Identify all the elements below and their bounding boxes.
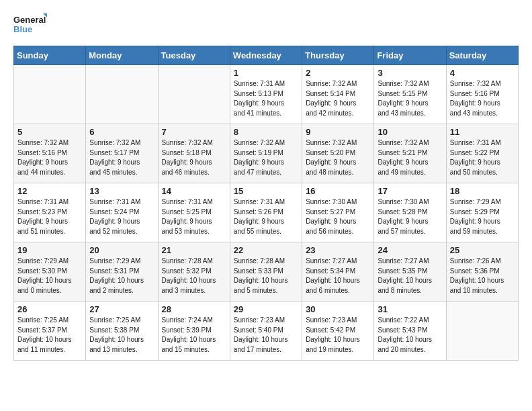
calendar: SundayMondayTuesdayWednesdayThursdayFrid… bbox=[13, 46, 519, 361]
calendar-cell: 18Sunrise: 7:29 AM Sunset: 5:29 PM Dayli… bbox=[446, 183, 518, 242]
week-row-5: 26Sunrise: 7:25 AM Sunset: 5:37 PM Dayli… bbox=[14, 302, 519, 361]
day-number: 2 bbox=[306, 68, 370, 78]
day-info: Sunrise: 7:32 AM Sunset: 5:15 PM Dayligh… bbox=[378, 79, 442, 118]
day-number: 30 bbox=[306, 304, 370, 314]
day-number: 17 bbox=[378, 186, 442, 196]
calendar-cell: 3Sunrise: 7:32 AM Sunset: 5:15 PM Daylig… bbox=[374, 65, 446, 124]
calendar-cell: 4Sunrise: 7:32 AM Sunset: 5:16 PM Daylig… bbox=[446, 65, 518, 124]
day-info: Sunrise: 7:31 AM Sunset: 5:26 PM Dayligh… bbox=[234, 197, 298, 236]
calendar-cell: 14Sunrise: 7:31 AM Sunset: 5:25 PM Dayli… bbox=[158, 183, 230, 242]
calendar-cell: 25Sunrise: 7:26 AM Sunset: 5:36 PM Dayli… bbox=[446, 242, 518, 302]
calendar-cell: 19Sunrise: 7:29 AM Sunset: 5:30 PM Dayli… bbox=[14, 242, 86, 302]
day-info: Sunrise: 7:31 AM Sunset: 5:22 PM Dayligh… bbox=[450, 138, 515, 177]
weekday-tuesday: Tuesday bbox=[158, 46, 230, 65]
day-info: Sunrise: 7:29 AM Sunset: 5:30 PM Dayligh… bbox=[17, 257, 82, 295]
day-info: Sunrise: 7:32 AM Sunset: 5:17 PM Dayligh… bbox=[89, 138, 154, 177]
day-info: Sunrise: 7:25 AM Sunset: 5:37 PM Dayligh… bbox=[17, 316, 82, 355]
logo-svg: General Blue bbox=[13, 12, 47, 36]
day-number: 19 bbox=[17, 245, 82, 255]
day-number: 11 bbox=[450, 127, 515, 137]
calendar-cell: 13Sunrise: 7:31 AM Sunset: 5:24 PM Dayli… bbox=[86, 183, 158, 242]
day-info: Sunrise: 7:30 AM Sunset: 5:28 PM Dayligh… bbox=[378, 197, 442, 236]
day-info: Sunrise: 7:31 AM Sunset: 5:13 PM Dayligh… bbox=[234, 79, 298, 118]
day-number: 3 bbox=[378, 68, 442, 78]
day-number: 5 bbox=[17, 127, 82, 137]
day-info: Sunrise: 7:24 AM Sunset: 5:39 PM Dayligh… bbox=[162, 316, 226, 355]
calendar-cell: 8Sunrise: 7:32 AM Sunset: 5:19 PM Daylig… bbox=[230, 124, 302, 183]
calendar-cell: 24Sunrise: 7:27 AM Sunset: 5:35 PM Dayli… bbox=[374, 242, 446, 302]
day-number: 4 bbox=[450, 68, 515, 78]
day-info: Sunrise: 7:28 AM Sunset: 5:33 PM Dayligh… bbox=[234, 257, 298, 295]
day-number: 18 bbox=[450, 186, 515, 196]
calendar-cell: 1Sunrise: 7:31 AM Sunset: 5:13 PM Daylig… bbox=[230, 65, 302, 124]
day-number: 23 bbox=[306, 245, 370, 255]
week-row-1: 1Sunrise: 7:31 AM Sunset: 5:13 PM Daylig… bbox=[14, 65, 519, 124]
week-row-4: 19Sunrise: 7:29 AM Sunset: 5:30 PM Dayli… bbox=[14, 242, 519, 302]
calendar-cell: 9Sunrise: 7:32 AM Sunset: 5:20 PM Daylig… bbox=[302, 124, 374, 183]
calendar-cell bbox=[158, 65, 230, 124]
day-number: 24 bbox=[378, 245, 442, 255]
day-info: Sunrise: 7:27 AM Sunset: 5:34 PM Dayligh… bbox=[306, 257, 370, 295]
header: General Blue bbox=[13, 12, 519, 36]
day-number: 9 bbox=[306, 127, 370, 137]
calendar-cell: 20Sunrise: 7:29 AM Sunset: 5:31 PM Dayli… bbox=[86, 242, 158, 302]
day-info: Sunrise: 7:23 AM Sunset: 5:40 PM Dayligh… bbox=[234, 316, 298, 355]
calendar-cell: 6Sunrise: 7:32 AM Sunset: 5:17 PM Daylig… bbox=[86, 124, 158, 183]
day-info: Sunrise: 7:30 AM Sunset: 5:27 PM Dayligh… bbox=[306, 197, 370, 236]
day-number: 13 bbox=[89, 186, 154, 196]
day-number: 10 bbox=[378, 127, 442, 137]
weekday-monday: Monday bbox=[86, 46, 158, 65]
day-info: Sunrise: 7:26 AM Sunset: 5:36 PM Dayligh… bbox=[450, 257, 515, 295]
calendar-cell: 15Sunrise: 7:31 AM Sunset: 5:26 PM Dayli… bbox=[230, 183, 302, 242]
day-info: Sunrise: 7:27 AM Sunset: 5:35 PM Dayligh… bbox=[378, 257, 442, 295]
calendar-cell bbox=[14, 65, 86, 124]
day-number: 25 bbox=[450, 245, 515, 255]
day-info: Sunrise: 7:32 AM Sunset: 5:18 PM Dayligh… bbox=[162, 138, 226, 177]
calendar-cell: 28Sunrise: 7:24 AM Sunset: 5:39 PM Dayli… bbox=[158, 302, 230, 361]
day-info: Sunrise: 7:29 AM Sunset: 5:29 PM Dayligh… bbox=[450, 197, 515, 236]
day-info: Sunrise: 7:22 AM Sunset: 5:43 PM Dayligh… bbox=[378, 316, 442, 355]
day-info: Sunrise: 7:28 AM Sunset: 5:32 PM Dayligh… bbox=[162, 257, 226, 295]
calendar-cell: 23Sunrise: 7:27 AM Sunset: 5:34 PM Dayli… bbox=[302, 242, 374, 302]
calendar-cell: 29Sunrise: 7:23 AM Sunset: 5:40 PM Dayli… bbox=[230, 302, 302, 361]
calendar-cell: 26Sunrise: 7:25 AM Sunset: 5:37 PM Dayli… bbox=[14, 302, 86, 361]
day-info: Sunrise: 7:32 AM Sunset: 5:14 PM Dayligh… bbox=[306, 79, 370, 118]
day-number: 27 bbox=[89, 304, 154, 314]
svg-text:Blue: Blue bbox=[13, 24, 32, 34]
calendar-cell: 10Sunrise: 7:32 AM Sunset: 5:21 PM Dayli… bbox=[374, 124, 446, 183]
day-number: 12 bbox=[17, 186, 82, 196]
day-number: 15 bbox=[234, 186, 298, 196]
weekday-header-row: SundayMondayTuesdayWednesdayThursdayFrid… bbox=[14, 46, 519, 65]
day-number: 21 bbox=[162, 245, 226, 255]
day-number: 20 bbox=[89, 245, 154, 255]
weekday-friday: Friday bbox=[374, 46, 446, 65]
day-info: Sunrise: 7:25 AM Sunset: 5:38 PM Dayligh… bbox=[89, 316, 154, 355]
day-number: 14 bbox=[162, 186, 226, 196]
day-info: Sunrise: 7:23 AM Sunset: 5:42 PM Dayligh… bbox=[306, 316, 370, 355]
day-number: 6 bbox=[89, 127, 154, 137]
calendar-cell bbox=[446, 302, 518, 361]
day-number: 28 bbox=[162, 304, 226, 314]
day-info: Sunrise: 7:29 AM Sunset: 5:31 PM Dayligh… bbox=[89, 257, 154, 295]
calendar-cell: 22Sunrise: 7:28 AM Sunset: 5:33 PM Dayli… bbox=[230, 242, 302, 302]
week-row-3: 12Sunrise: 7:31 AM Sunset: 5:23 PM Dayli… bbox=[14, 183, 519, 242]
calendar-cell: 2Sunrise: 7:32 AM Sunset: 5:14 PM Daylig… bbox=[302, 65, 374, 124]
day-number: 31 bbox=[378, 304, 442, 314]
weekday-thursday: Thursday bbox=[302, 46, 374, 65]
logo: General Blue bbox=[13, 12, 47, 36]
calendar-cell: 16Sunrise: 7:30 AM Sunset: 5:27 PM Dayli… bbox=[302, 183, 374, 242]
day-info: Sunrise: 7:32 AM Sunset: 5:16 PM Dayligh… bbox=[17, 138, 82, 177]
day-info: Sunrise: 7:32 AM Sunset: 5:19 PM Dayligh… bbox=[234, 138, 298, 177]
weekday-saturday: Saturday bbox=[446, 46, 518, 65]
day-info: Sunrise: 7:31 AM Sunset: 5:25 PM Dayligh… bbox=[162, 197, 226, 236]
svg-text:General: General bbox=[13, 15, 46, 25]
calendar-cell: 17Sunrise: 7:30 AM Sunset: 5:28 PM Dayli… bbox=[374, 183, 446, 242]
day-number: 22 bbox=[234, 245, 298, 255]
day-number: 8 bbox=[234, 127, 298, 137]
day-info: Sunrise: 7:32 AM Sunset: 5:21 PM Dayligh… bbox=[378, 138, 442, 177]
day-info: Sunrise: 7:32 AM Sunset: 5:16 PM Dayligh… bbox=[450, 79, 515, 118]
day-number: 26 bbox=[17, 304, 82, 314]
calendar-cell: 21Sunrise: 7:28 AM Sunset: 5:32 PM Dayli… bbox=[158, 242, 230, 302]
day-number: 29 bbox=[234, 304, 298, 314]
day-number: 1 bbox=[234, 68, 298, 78]
